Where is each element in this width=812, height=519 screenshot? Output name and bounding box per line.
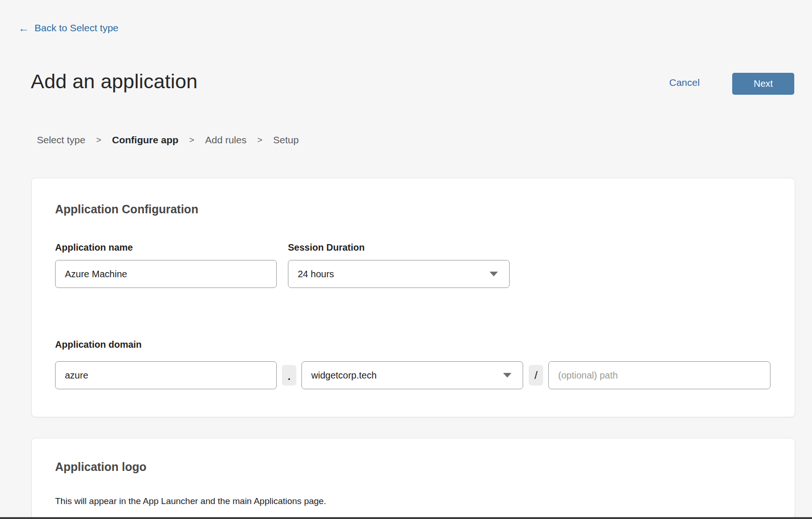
config-card-title: Application Configuration [55,203,198,216]
application-name-label: Application name [55,242,133,253]
slash-separator-label: / [534,369,538,382]
chevron-down-icon [503,373,511,378]
domain-select[interactable]: widgetcorp.tech [301,361,523,389]
breadcrumb-item-select-type[interactable]: Select type [37,134,85,146]
breadcrumb-item-configure-app[interactable]: Configure app [112,134,178,146]
page-title: Add an application [31,70,197,93]
back-arrow-icon: ← [18,23,29,34]
session-duration-value: 24 hours [298,269,334,280]
breadcrumb-item-setup[interactable]: Setup [273,134,299,146]
logo-card-description: This will appear in the App Launcher and… [55,496,326,506]
application-configuration-card: Application Configuration Application na… [31,178,795,417]
logo-card-title: Application logo [55,460,147,474]
path-input[interactable] [548,361,770,389]
dot-separator-label: . [287,371,290,383]
application-name-input[interactable] [55,260,277,288]
dot-separator: . [282,365,296,386]
breadcrumb-item-add-rules[interactable]: Add rules [205,134,246,146]
bottom-edge-bar [0,517,812,519]
breadcrumb-separator: > [96,135,101,145]
next-button[interactable]: Next [732,73,794,95]
breadcrumb-separator: > [189,135,194,145]
breadcrumb-separator: > [257,135,262,145]
session-duration-label: Session Duration [288,242,364,253]
domain-select-value: widgetcorp.tech [311,370,377,381]
application-domain-label: Application domain [55,339,142,350]
chevron-down-icon [490,272,498,276]
subdomain-input[interactable] [55,361,277,389]
session-duration-select[interactable]: 24 hours [288,260,510,288]
breadcrumb: Select type > Configure app > Add rules … [37,134,299,146]
application-logo-card: Application logo This will appear in the… [31,438,795,519]
cancel-button[interactable]: Cancel [669,77,700,88]
back-link[interactable]: ← Back to Select type [18,22,119,34]
slash-separator: / [529,365,543,386]
back-link-label: Back to Select type [35,22,119,34]
